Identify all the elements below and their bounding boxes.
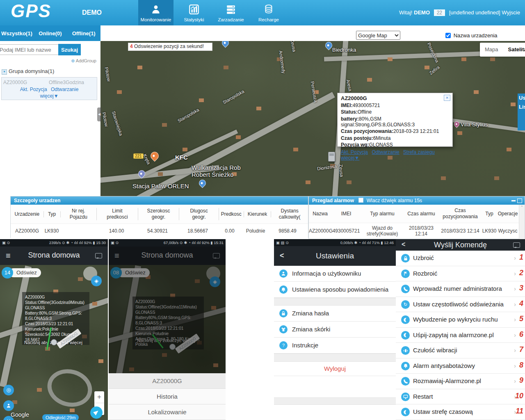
- divider: [274, 298, 396, 306]
- gps-logo: GPS: [11, 1, 51, 21]
- nav-zarzadzanie[interactable]: Zarzadzanie: [213, 0, 249, 25]
- sheet-lokalizowanie[interactable]: Lokalizowanie: [109, 404, 226, 420]
- device-name-checkbox[interactable]: [445, 33, 451, 38]
- maximize-icon[interactable]: [517, 199, 522, 203]
- cmd-uzbroic[interactable]: Uzbroić›1: [396, 251, 525, 266]
- tracker-marker[interactable]: [328, 152, 335, 162]
- search-input[interactable]: [0, 44, 62, 55]
- cmd-refresh-rate[interactable]: ↻ Ustaw częstotliwość odświeżania›4: [396, 297, 525, 313]
- shop-pin-icon[interactable]: [197, 178, 207, 188]
- satellite-mode-button[interactable]: Satelita: [503, 43, 525, 57]
- step-number: 1: [519, 253, 523, 262]
- menu-item-change-password[interactable]: Zmiana hasła: [274, 306, 396, 322]
- support-icon[interactable]: [3, 400, 14, 411]
- locate-icon[interactable]: ◎: [3, 385, 14, 395]
- sheet-historia[interactable]: Historia: [109, 389, 226, 404]
- menu-item-instructions[interactable]: ? Instrukcje: [274, 338, 396, 354]
- my-location-icon[interactable]: [90, 406, 103, 419]
- refresh-counter[interactable]: 14: [2, 267, 13, 278]
- cmd-tamper-alarm[interactable]: Alarm antysabotażowy›8: [396, 358, 525, 374]
- popup-wiecej-link[interactable]: wiecej▼: [341, 155, 359, 161]
- zoom-in-button[interactable]: +: [94, 391, 104, 403]
- search-button[interactable]: Szukaj: [58, 44, 81, 55]
- wiecej-link[interactable]: więcej▼: [40, 93, 58, 99]
- wyczysc-action[interactable]: Wyczysc: [497, 228, 518, 234]
- table-row[interactable]: AZ20000G LK930 140.00 54.30921 18.56667 …: [11, 224, 308, 238]
- logout-button[interactable]: Wyloguj: [274, 362, 396, 376]
- right-panel-tab[interactable]: Us Lis: [518, 94, 525, 130]
- popup-odtwarzanie-link[interactable]: Odtwarzanie: [372, 149, 399, 155]
- device-filter-tabs: Wszystko(1) Online(0) Offline(1): [0, 25, 100, 41]
- device-panel-title: Szczegoly urzadzen: [11, 196, 308, 205]
- scrollbar[interactable]: ^: [519, 205, 525, 240]
- tab-online[interactable]: Online(0): [34, 30, 67, 37]
- tab-offline[interactable]: Offline(1): [67, 30, 100, 37]
- cmd-wake-on-motion[interactable]: Wybudzenie po wykryciu ruchu›5: [396, 312, 525, 328]
- divider: [274, 354, 396, 362]
- bell-icon: [279, 285, 288, 294]
- alarm-panel-title: Przeglad alarmow: [312, 198, 354, 203]
- logout-link[interactable]: Wyjscie: [502, 9, 520, 16]
- cmd-admin-number[interactable]: Wprowadź numer administratora›3: [396, 281, 525, 297]
- map-canvas[interactable]: Staropolska Staropolska Starowiejska Pil…: [100, 41, 525, 196]
- road-number-badge: 221: [133, 153, 144, 159]
- col-header: Nr rej.Pojazdu: [61, 208, 97, 220]
- top-bar: GPS DEMO Monitorowanie Statystyki Zarzad…: [0, 0, 525, 25]
- street-label: Aresa: [346, 79, 353, 92]
- shirt-icon: [279, 325, 288, 333]
- map-mode-button[interactable]: Mapa: [480, 43, 503, 57]
- moon-icon: [401, 331, 410, 340]
- nav-recharge[interactable]: Recharge: [251, 0, 286, 25]
- map-provider-select[interactable]: Google Map: [356, 31, 400, 40]
- refresh-button[interactable]: Odświez: [9, 268, 41, 277]
- buildings-texture: [100, 41, 105, 45]
- cmd-talk[interactable]: Rozmawiaj-Alarmzone.pl›9: [396, 374, 525, 389]
- cmd-sleep[interactable]: Uśpij-zapytaj na alarmzone.pl›6: [396, 328, 525, 343]
- popup-akt-pozycja-link[interactable]: Akt. Pozycja: [341, 149, 368, 155]
- layers-icon[interactable]: ◈: [91, 276, 102, 286]
- nav-monitorowanie[interactable]: Monitorowanie: [138, 0, 173, 25]
- phone-map[interactable]: 14 Odświez ◈ AZ20000GStatus:Offline(3God…: [0, 265, 108, 420]
- divider: [274, 397, 396, 405]
- page-title: Strona domowa: [0, 251, 108, 260]
- odtwarzanie-link[interactable]: Odtwarzanie: [51, 87, 78, 92]
- col-header: Dystanscalkowity(: [271, 208, 308, 220]
- chat-icon[interactable]: [513, 242, 520, 248]
- cmd-vibration-sensitivity[interactable]: Czułość wibracji›7: [396, 343, 525, 358]
- cmd-timezone[interactable]: Ustaw strefę czasową›11: [396, 404, 525, 420]
- close-icon[interactable]: ×: [444, 95, 450, 101]
- minimize-icon[interactable]: [511, 200, 516, 201]
- kfc-pin-icon[interactable]: [149, 150, 160, 162]
- poi-wulkanizacja-line1: Wulkanizacja Rob: [192, 164, 241, 171]
- welcome-extra: [undefined undefined]: [449, 9, 500, 16]
- phone-screenshot-3: ▣ ▨ ⊙ 0,00b/s ✱ ◔ ılıl ılıl 71% ▮ 12:46 …: [274, 239, 396, 420]
- alarm-row[interactable]: AZ20000G 4930005721 Wjazd do strefy(Kowa…: [309, 223, 525, 239]
- akt-pozycja-link[interactable]: Akt. Pozycja: [20, 87, 47, 92]
- street-label: Perseusza: [310, 81, 319, 103]
- add-group-link[interactable]: ⊕ AddGroup: [71, 58, 96, 64]
- col-header: Typ: [482, 211, 497, 217]
- alarm-sound-checkbox[interactable]: [358, 198, 363, 203]
- modal-dim-overlay: [109, 265, 226, 373]
- device-card[interactable]: AZ20000G Offline3Godzina Akt. Pozycja Od…: [1, 77, 97, 100]
- group-row[interactable]: ▾Grupa domyslna(1): [2, 68, 54, 75]
- tab-wszystko[interactable]: Wszystko(1): [0, 30, 34, 37]
- street-label: Zeusa: [338, 164, 345, 177]
- menu-item-notifications[interactable]: Ustawiena sposobu powiadomienia: [274, 282, 396, 298]
- menu-item-user-info[interactable]: Informacja o użytkowniku: [274, 266, 396, 282]
- phone-icon: [401, 377, 410, 386]
- cmd-restart[interactable]: Restart›10: [396, 389, 525, 405]
- cmd-rozbroic[interactable]: Rozbroić›2: [396, 266, 525, 282]
- menu-item-change-skin[interactable]: Zmiana skórki: [274, 322, 396, 338]
- sidebar-collapse-handle[interactable]: ◀: [97, 107, 101, 121]
- marker-dot[interactable]: [51, 339, 57, 345]
- col-header: Czas pozycjonowania: [439, 208, 482, 220]
- phone-icon: [401, 285, 410, 293]
- chat-icon[interactable]: [95, 253, 102, 258]
- nav-statystyki[interactable]: Statystyki: [176, 0, 212, 25]
- device-name: AZ20000G: [3, 80, 27, 85]
- street-label: Staropolska: [222, 89, 245, 105]
- bottom-panels: Szczegoly urzadzen Urzadzenie Typ Nr rej…: [0, 196, 525, 239]
- device-name-toggle[interactable]: Nazwa urzadzenia: [444, 32, 498, 39]
- popup-strefa-link[interactable]: Strefa zasiegu: [403, 149, 435, 155]
